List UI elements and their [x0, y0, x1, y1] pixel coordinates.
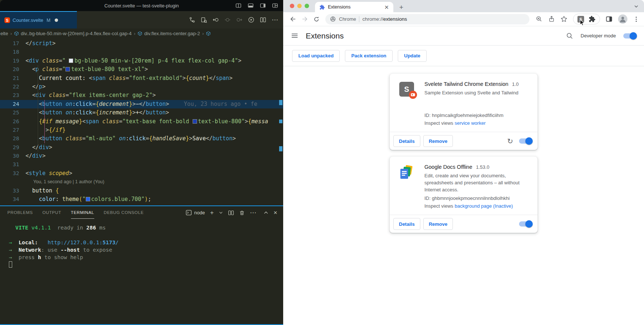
codelens-annotation[interactable]: You, 1 second ago | 1 author (You): [19, 178, 104, 186]
code-line-18[interactable]: 18: [0, 48, 283, 56]
panel-more-icon[interactable]: ⋯: [250, 210, 256, 216]
reload-extension-icon[interactable]: ↻: [507, 138, 513, 145]
forward-button[interactable]: [300, 16, 309, 23]
color-swatch: [69, 58, 73, 63]
extension-version: 1.0: [512, 81, 519, 87]
code-line-22[interactable]: 22 </p>: [0, 83, 283, 91]
line-number: 20: [0, 65, 19, 74]
close-window-button[interactable]: [290, 4, 294, 8]
toggle-panel-icon[interactable]: [248, 3, 254, 9]
overview-ruler-mark: [279, 120, 282, 123]
code-line-23[interactable]: 23 <div class="flex items-center gap-2">: [0, 91, 283, 100]
extension-name: Svelete Tailwind Chrome Extension: [424, 81, 508, 87]
open-preview-icon[interactable]: [201, 17, 207, 23]
share-icon[interactable]: [548, 16, 555, 23]
details-button[interactable]: Details: [393, 135, 420, 147]
breadcrumb-node[interactable]: div.flex.items-center.gap-2: [144, 31, 200, 36]
hamburger-menu-icon[interactable]: [291, 32, 298, 39]
load-unpacked-button[interactable]: Load unpacked: [292, 50, 340, 62]
nav-back-icon[interactable]: [213, 17, 219, 23]
back-button[interactable]: [288, 16, 297, 23]
breadcrumb-file[interactable]: elte: [0, 31, 8, 36]
breadcrumb[interactable]: elte › div..bg-blue-50.min-w-[20rem].p-4…: [0, 29, 283, 38]
code-line-25[interactable]: 25 <button on:click={increment}>+</butto…: [0, 108, 283, 117]
search-icon[interactable]: [566, 32, 573, 40]
terminal-dropdown-icon[interactable]: [219, 211, 223, 215]
extensions-menu-icon[interactable]: [589, 16, 596, 23]
tab-debug-console[interactable]: DEBUG CONSOLE: [104, 207, 144, 219]
code-line-31[interactable]: 31: [0, 160, 283, 169]
menu-kebab-icon[interactable]: [633, 16, 640, 23]
developer-mode-toggle[interactable]: [623, 33, 636, 38]
zoom-page-icon[interactable]: [536, 16, 543, 23]
tab-terminal[interactable]: TERMINAL: [71, 207, 94, 219]
zoom-window-button[interactable]: [305, 4, 309, 8]
extension-description: Sample Extension using Svelte and Tailwi…: [424, 89, 530, 113]
open-changes-icon[interactable]: [189, 17, 195, 23]
extension-card-gdocs: Google Docs Offline 1.53.0 Edit, create …: [390, 157, 538, 233]
split-editor-icon[interactable]: [260, 17, 266, 23]
line-number: 23: [0, 91, 19, 100]
breadcrumb-node[interactable]: div..bg-blue-50.min-w-[20rem].p-4.flex.f…: [21, 31, 132, 36]
pack-extension-button[interactable]: Pack extension: [345, 50, 393, 62]
tab-problems[interactable]: PROBLEMS: [7, 207, 33, 219]
shell-name[interactable]: node: [194, 210, 205, 215]
url-text[interactable]: chrome://extensions: [362, 16, 407, 22]
inspect-views-link[interactable]: background page (Inactive): [455, 203, 513, 209]
code-line-19[interactable]: 19<div class=" bg-blue-50 min-w-[20rem] …: [0, 57, 283, 65]
code-text: </script>: [19, 39, 55, 48]
remove-button[interactable]: Remove: [423, 218, 453, 230]
code-line-29[interactable]: 29 </div>: [0, 143, 283, 152]
profile-avatar[interactable]: [618, 14, 627, 24]
code-line-34[interactable]: 34 color: theme("colors.blue.700");: [0, 195, 283, 204]
remove-button[interactable]: Remove: [423, 135, 453, 147]
terminal[interactable]: VITE v4.1.1 ready in 286 ms→ Local: http…: [0, 219, 283, 268]
browser-tab-extensions[interactable]: Extensions ✕: [315, 2, 393, 12]
nav-forward-icon[interactable]: [236, 17, 243, 23]
details-button[interactable]: Details: [393, 218, 420, 230]
code-line-28[interactable]: 28 <button class="ml-auto" on:click={han…: [0, 134, 283, 143]
new-tab-button[interactable]: +: [399, 4, 403, 11]
maximize-panel-icon[interactable]: [264, 210, 268, 215]
nav-node-icon[interactable]: [224, 17, 231, 23]
inspect-views-link[interactable]: service worker: [455, 120, 486, 126]
unsaved-dot-icon[interactable]: [55, 19, 58, 22]
new-terminal-icon[interactable]: +: [210, 210, 214, 216]
more-actions-icon[interactable]: ⋯: [272, 17, 278, 23]
reload-button[interactable]: [312, 16, 321, 23]
code-line-33[interactable]: 33 button {: [0, 187, 283, 195]
code-line-30[interactable]: 30</div>: [0, 152, 283, 160]
tab-counter-svelte[interactable]: S Counter.svelte M: [0, 11, 77, 29]
code-line-26[interactable]: 26 {#if message}<span class="text-base f…: [0, 117, 283, 126]
code-text: button {: [19, 187, 59, 195]
minimize-window-button[interactable]: [297, 4, 302, 8]
pinned-extension-svelte[interactable]: S: [577, 16, 584, 23]
code-line-21[interactable]: 21 Current count: <span class="font-extr…: [0, 74, 283, 83]
split-editor-layout-icon[interactable]: [235, 3, 241, 9]
indent-guide: [38, 65, 38, 152]
terminal-shell-icon[interactable]: [186, 210, 192, 216]
close-tab-icon[interactable]: ✕: [383, 4, 390, 10]
update-button[interactable]: Update: [398, 50, 427, 62]
code-line-17[interactable]: 17</script>: [0, 39, 283, 48]
tab-output[interactable]: OUTPUT: [43, 207, 61, 219]
code-line-27[interactable]: 27 >{/if}: [0, 126, 283, 134]
extension-enabled-toggle[interactable]: [519, 221, 532, 227]
code-line-24[interactable]: 24 <button on:click={decrement}>−</butto…: [0, 100, 283, 108]
kill-terminal-trash-icon[interactable]: [239, 210, 245, 216]
tab-search-chevron-icon[interactable]: [634, 4, 639, 9]
run-icon[interactable]: [248, 17, 254, 23]
address-bar[interactable]: Chrome chrome://extensions: [325, 14, 529, 24]
bookmark-star-icon[interactable]: [560, 16, 567, 23]
code-line-32[interactable]: 32<style scoped>: [0, 169, 283, 178]
code-line-20[interactable]: 20 <p class="text-blue-800 text-xl">: [0, 65, 283, 74]
extension-version: 1.53.0: [476, 164, 489, 170]
code-editor[interactable]: 17</script>1819<div class=" bg-blue-50 m…: [0, 38, 283, 205]
chrome-site-icon: [330, 16, 336, 22]
close-panel-icon[interactable]: ×: [274, 210, 277, 216]
side-panel-icon[interactable]: [606, 16, 613, 23]
customize-layout-icon[interactable]: [272, 3, 278, 9]
toggle-secondary-sidebar-icon[interactable]: [260, 3, 266, 9]
extension-enabled-toggle[interactable]: [519, 138, 532, 144]
split-terminal-icon[interactable]: [228, 210, 234, 216]
